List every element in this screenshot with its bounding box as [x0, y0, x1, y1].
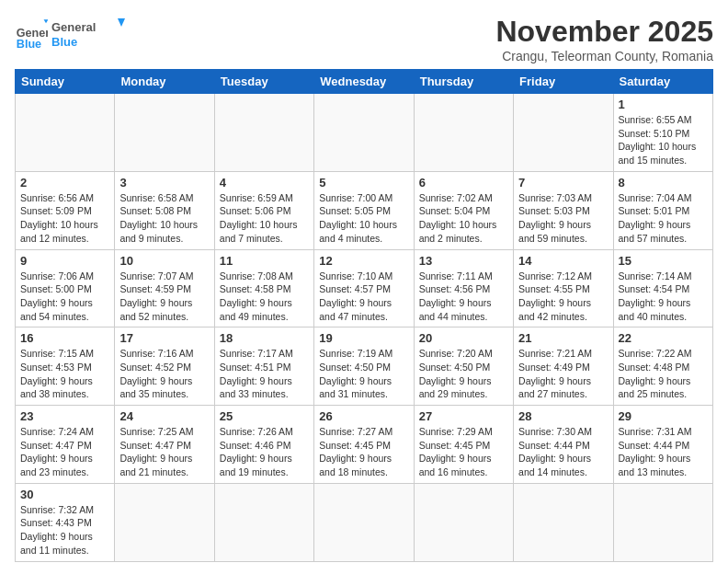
- calendar-cell: 19Sunrise: 7:19 AM Sunset: 4:50 PM Dayli…: [314, 327, 414, 406]
- day-info: Sunrise: 6:55 AM Sunset: 5:10 PM Dayligh…: [619, 113, 708, 167]
- calendar-cell: 29Sunrise: 7:31 AM Sunset: 4:44 PM Dayli…: [613, 406, 712, 484]
- day-header-thursday: Thursday: [414, 70, 513, 94]
- day-info: Sunrise: 6:56 AM Sunset: 5:09 PM Dayligh…: [20, 191, 109, 246]
- day-number: 15: [619, 254, 708, 268]
- day-header-wednesday: Wednesday: [314, 70, 414, 94]
- logo-svg: General Blue: [51, 15, 125, 52]
- calendar-cell: 23Sunrise: 7:24 AM Sunset: 4:47 PM Dayli…: [16, 406, 115, 484]
- day-number: 23: [20, 409, 109, 423]
- day-number: 6: [419, 176, 508, 190]
- day-header-friday: Friday: [514, 70, 613, 94]
- day-number: 1: [619, 98, 708, 111]
- day-number: 14: [518, 254, 608, 268]
- calendar-cell: 18Sunrise: 7:17 AM Sunset: 4:51 PM Dayli…: [214, 327, 313, 406]
- day-number: 4: [220, 176, 309, 190]
- day-number: 25: [220, 409, 309, 423]
- day-number: 5: [319, 176, 408, 190]
- calendar-cell: 5Sunrise: 7:00 AM Sunset: 5:05 PM Daylig…: [314, 171, 414, 249]
- day-info: Sunrise: 7:16 AM Sunset: 4:52 PM Dayligh…: [119, 347, 209, 401]
- calendar-cell: 16Sunrise: 7:15 AM Sunset: 4:53 PM Dayli…: [16, 327, 115, 406]
- day-number: 13: [419, 254, 508, 268]
- day-number: 10: [119, 254, 209, 268]
- day-number: 26: [319, 409, 408, 423]
- calendar-cell: 28Sunrise: 7:30 AM Sunset: 4:44 PM Dayli…: [514, 406, 613, 484]
- calendar-cell: [414, 483, 513, 561]
- logo: General Blue General Blue: [15, 15, 125, 55]
- page-header: General Blue General Blue November 2025 …: [15, 15, 713, 63]
- week-row-0: 1Sunrise: 6:55 AM Sunset: 5:10 PM Daylig…: [16, 94, 713, 172]
- calendar-cell: 17Sunrise: 7:16 AM Sunset: 4:52 PM Dayli…: [115, 327, 214, 406]
- calendar-cell: 4Sunrise: 6:59 AM Sunset: 5:06 PM Daylig…: [214, 171, 313, 249]
- day-number: 20: [419, 331, 508, 345]
- day-info: Sunrise: 7:26 AM Sunset: 4:46 PM Dayligh…: [220, 425, 309, 479]
- calendar-cell: 6Sunrise: 7:02 AM Sunset: 5:04 PM Daylig…: [414, 171, 513, 249]
- day-info: Sunrise: 7:02 AM Sunset: 5:04 PM Dayligh…: [419, 191, 508, 246]
- calendar-cell: 26Sunrise: 7:27 AM Sunset: 4:45 PM Dayli…: [314, 406, 414, 484]
- day-header-monday: Monday: [115, 70, 214, 94]
- day-info: Sunrise: 7:14 AM Sunset: 4:54 PM Dayligh…: [619, 270, 708, 324]
- day-number: 30: [20, 488, 109, 501]
- calendar-cell: 7Sunrise: 7:03 AM Sunset: 5:03 PM Daylig…: [514, 171, 613, 249]
- day-number: 11: [220, 254, 309, 268]
- day-info: Sunrise: 7:31 AM Sunset: 4:44 PM Dayligh…: [619, 425, 708, 479]
- day-number: 8: [619, 176, 708, 190]
- week-row-4: 23Sunrise: 7:24 AM Sunset: 4:47 PM Dayli…: [16, 406, 713, 484]
- day-info: Sunrise: 7:21 AM Sunset: 4:49 PM Dayligh…: [518, 347, 608, 401]
- calendar-cell: 25Sunrise: 7:26 AM Sunset: 4:46 PM Dayli…: [214, 406, 313, 484]
- day-info: Sunrise: 7:29 AM Sunset: 4:45 PM Dayligh…: [419, 425, 508, 479]
- calendar-cell: 11Sunrise: 7:08 AM Sunset: 4:58 PM Dayli…: [214, 249, 313, 327]
- calendar-cell: [514, 483, 613, 561]
- week-row-1: 2Sunrise: 6:56 AM Sunset: 5:09 PM Daylig…: [16, 171, 713, 249]
- svg-marker-2: [44, 19, 48, 23]
- day-number: 18: [220, 331, 309, 345]
- svg-text:General: General: [51, 20, 96, 34]
- day-info: Sunrise: 7:04 AM Sunset: 5:01 PM Dayligh…: [619, 191, 708, 246]
- day-info: Sunrise: 7:06 AM Sunset: 5:00 PM Dayligh…: [20, 270, 109, 324]
- calendar-cell: [115, 94, 214, 172]
- day-info: Sunrise: 6:59 AM Sunset: 5:06 PM Dayligh…: [220, 191, 309, 246]
- calendar-cell: 14Sunrise: 7:12 AM Sunset: 4:55 PM Dayli…: [514, 249, 613, 327]
- week-row-3: 16Sunrise: 7:15 AM Sunset: 4:53 PM Dayli…: [16, 327, 713, 406]
- calendar-header-row: SundayMondayTuesdayWednesdayThursdayFrid…: [16, 70, 713, 94]
- day-info: Sunrise: 7:27 AM Sunset: 4:45 PM Dayligh…: [319, 425, 408, 479]
- day-number: 12: [319, 254, 408, 268]
- calendar-cell: 20Sunrise: 7:20 AM Sunset: 4:50 PM Dayli…: [414, 327, 513, 406]
- day-info: Sunrise: 7:22 AM Sunset: 4:48 PM Dayligh…: [619, 347, 708, 401]
- day-number: 17: [119, 331, 209, 345]
- day-info: Sunrise: 7:12 AM Sunset: 4:55 PM Dayligh…: [518, 270, 608, 324]
- calendar-cell: [314, 94, 414, 172]
- logo-icon: General Blue: [15, 18, 48, 52]
- day-number: 24: [119, 409, 209, 423]
- day-info: Sunrise: 7:15 AM Sunset: 4:53 PM Dayligh…: [20, 347, 109, 401]
- day-number: 16: [20, 331, 109, 345]
- calendar-cell: 1Sunrise: 6:55 AM Sunset: 5:10 PM Daylig…: [613, 94, 712, 172]
- calendar-cell: 15Sunrise: 7:14 AM Sunset: 4:54 PM Dayli…: [613, 249, 712, 327]
- calendar-cell: 13Sunrise: 7:11 AM Sunset: 4:56 PM Dayli…: [414, 249, 513, 327]
- day-info: Sunrise: 7:24 AM Sunset: 4:47 PM Dayligh…: [20, 425, 109, 479]
- day-info: Sunrise: 7:17 AM Sunset: 4:51 PM Dayligh…: [220, 347, 309, 401]
- day-info: Sunrise: 7:19 AM Sunset: 4:50 PM Dayligh…: [319, 347, 408, 401]
- day-info: Sunrise: 7:07 AM Sunset: 4:59 PM Dayligh…: [119, 270, 209, 324]
- day-info: Sunrise: 7:20 AM Sunset: 4:50 PM Dayligh…: [419, 347, 508, 401]
- calendar-cell: [514, 94, 613, 172]
- day-info: Sunrise: 7:30 AM Sunset: 4:44 PM Dayligh…: [518, 425, 608, 479]
- calendar-cell: 9Sunrise: 7:06 AM Sunset: 5:00 PM Daylig…: [16, 249, 115, 327]
- day-number: 3: [119, 176, 209, 190]
- calendar-cell: [214, 94, 313, 172]
- day-info: Sunrise: 7:03 AM Sunset: 5:03 PM Dayligh…: [518, 191, 608, 246]
- calendar-cell: [115, 483, 214, 561]
- day-number: 21: [518, 331, 608, 345]
- calendar-cell: 3Sunrise: 6:58 AM Sunset: 5:08 PM Daylig…: [115, 171, 214, 249]
- day-number: 2: [20, 176, 109, 190]
- day-info: Sunrise: 7:00 AM Sunset: 5:05 PM Dayligh…: [319, 191, 408, 246]
- calendar-cell: 12Sunrise: 7:10 AM Sunset: 4:57 PM Dayli…: [314, 249, 414, 327]
- svg-marker-5: [118, 18, 125, 27]
- calendar-cell: 10Sunrise: 7:07 AM Sunset: 4:59 PM Dayli…: [115, 249, 214, 327]
- calendar-table: SundayMondayTuesdayWednesdayThursdayFrid…: [15, 69, 713, 562]
- day-number: 28: [518, 409, 608, 423]
- calendar-cell: 2Sunrise: 6:56 AM Sunset: 5:09 PM Daylig…: [16, 171, 115, 249]
- day-header-sunday: Sunday: [16, 70, 115, 94]
- day-info: Sunrise: 7:10 AM Sunset: 4:57 PM Dayligh…: [319, 270, 408, 324]
- day-info: Sunrise: 6:58 AM Sunset: 5:08 PM Dayligh…: [119, 191, 209, 246]
- week-row-2: 9Sunrise: 7:06 AM Sunset: 5:00 PM Daylig…: [16, 249, 713, 327]
